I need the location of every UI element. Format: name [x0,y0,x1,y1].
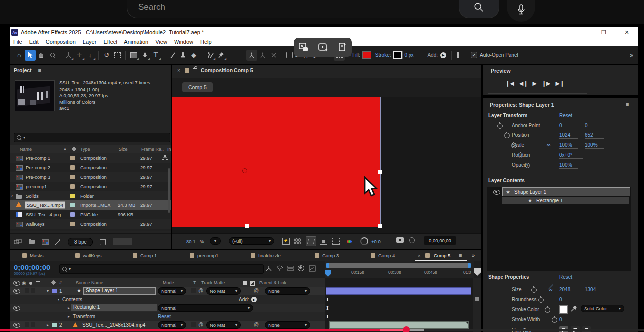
pickwhip-icon[interactable]: @ [198,288,203,293]
label-chip[interactable] [70,156,75,160]
exposure-icon[interactable] [360,237,368,245]
label-chip[interactable] [70,194,75,198]
anchor-x-value[interactable]: 0 [559,123,578,129]
shy-layers-icon[interactable] [287,265,294,272]
progress-scrubber-handle[interactable] [403,326,410,332]
timeline-track-area[interactable]: I I I [325,278,474,332]
guides-icon[interactable] [332,238,340,245]
bit-depth-button[interactable]: 8 bpc [68,238,93,246]
layer-label-chip[interactable] [52,323,57,327]
brush-tool[interactable] [167,50,177,61]
resize-handle-bottom[interactable] [245,224,249,228]
eraser-tool[interactable]: ◆ [188,50,199,61]
puppet-pin-tool[interactable]: ◢ [216,50,227,61]
shape-reset-button[interactable]: Reset [559,274,572,280]
item-name[interactable]: Pre-comp 1 [26,155,50,161]
work-area-bar[interactable] [326,263,471,268]
mode-column[interactable]: Mode [163,280,174,285]
blend-mode-dropdown[interactable]: Normal▾ [158,304,253,312]
layer-visibility-icon[interactable] [13,289,20,294]
project-row[interactable]: SSU_Tex...4.png PNG file 996 KB [10,210,171,219]
graph-editor-icon[interactable] [309,265,316,272]
label-chip[interactable] [70,165,75,170]
comp-timecode[interactable]: 0;00;00;00 [424,236,456,245]
interpret-footage-button[interactable] [14,239,22,245]
tab-comp3[interactable]: Comp 3 [322,253,339,258]
rectangle-name[interactable]: Rectangle 1 [71,304,157,311]
delete-item-button[interactable] [100,239,106,245]
size-y-value[interactable]: 1304 [585,287,604,293]
item-name[interactable]: wallKeys [26,221,45,227]
scale-x-value[interactable]: 100% [559,142,578,149]
layer-label-chip[interactable] [52,289,57,293]
layer-row-1[interactable]: ▾ 1 ★ Shape Layer 1 Normal▾ @ No Mat▾ @ … [10,287,325,296]
search-input[interactable]: Search [127,0,474,18]
exposure-value[interactable]: +0.0 [371,239,381,244]
label-chip[interactable] [70,184,75,189]
item-name[interactable]: Solids [26,193,39,199]
footage-name[interactable]: SSU_Tex...2048x1304.mp4 [59,80,117,85]
contents-item-rectangle[interactable]: ★ Rectangle 1 [502,197,629,204]
track-matte-dropdown[interactable]: No Mat▾ [206,287,241,295]
menu-edit[interactable]: Edit [26,39,42,45]
world-axis-mode-button[interactable] [257,50,268,61]
minimize-button[interactable]: – [570,29,592,35]
marker-bin-icon[interactable] [474,268,481,276]
last-frame-button[interactable]: ▶❙ [556,80,565,87]
timeline-gutter-icon[interactable] [475,297,479,301]
transform-reset-link[interactable]: Reset [158,314,171,319]
item-name-selected[interactable]: SSU_Tex...4.mp4 [25,201,65,209]
layer-name-selected[interactable]: Shape Layer 1 [83,287,156,295]
tab-masks[interactable]: Masks [30,253,43,258]
timeline-timecode[interactable]: 0;00;00;00 [14,263,50,271]
t-toggle[interactable] [191,322,196,327]
rotation-value[interactable]: 0x+0° [559,152,583,159]
panel-menu-icon[interactable]: ≡ [38,67,41,73]
roundness-value[interactable]: 0 [559,297,578,303]
tab-comp5-active[interactable]: Comp 5 [434,253,450,258]
orbit-camera-tool[interactable]: ◢ [63,50,74,61]
item-name[interactable]: precomp1 [26,184,47,189]
search-button[interactable] [459,0,499,18]
anchor-y-value[interactable]: 0 [585,123,604,129]
preview-tab[interactable]: Preview ≡ [491,68,520,74]
column-type[interactable]: Type [80,147,90,152]
menu-effect[interactable]: Effect [100,39,120,45]
show-snapshot-icon[interactable] [409,237,415,243]
project-row[interactable]: Pre-comp 3 Composition 29.97 [10,172,171,182]
twirl-down-icon[interactable]: ▾ [58,297,59,302]
panel-menu-icon[interactable]: ≡ [259,67,262,73]
new-folder-button[interactable] [29,240,35,244]
position-stopwatch-icon[interactable] [504,133,510,138]
unlink-dimensions-icon[interactable]: ∞ [549,286,553,292]
mode-dropdown[interactable]: Normal▾ [158,287,186,295]
video-sparkle-icon[interactable] [318,43,328,52]
transform-row[interactable]: ▸ Transform Reset [10,312,325,321]
link-dimensions-icon[interactable]: ∞ [547,142,551,148]
local-axis-mode-button[interactable] [246,50,257,61]
opacity-value[interactable]: 100% [559,162,578,169]
hand-tool[interactable] [36,50,47,61]
column-name[interactable]: Name [20,147,32,152]
label-chip[interactable] [70,222,75,226]
column-size[interactable]: Size [119,147,128,152]
dolly-camera-tool[interactable]: ↓◢ [85,50,96,61]
timeline-search-input[interactable]: ▾ [59,264,264,274]
close-button[interactable]: ✕ [615,29,638,36]
project-row[interactable]: precomp1 Composition 29.97 [10,182,171,191]
view-axis-mode-button[interactable] [268,50,279,61]
stroke-color-swatch[interactable] [559,305,568,314]
resize-handle-right[interactable] [378,170,382,174]
item-name[interactable]: Pre-comp 3 [26,174,50,180]
zoom-dropdown-button[interactable]: ▾ [210,237,221,245]
t-toggle[interactable] [191,288,196,293]
pan-camera-tool[interactable]: ✛◢ [74,50,85,61]
restore-button[interactable]: ❐ [592,29,615,36]
fast-preview-icon[interactable]: ⚡ [282,238,290,245]
parent-dropdown[interactable]: None▾ [265,321,310,329]
add-button[interactable]: ▶ [440,52,446,58]
project-search-input[interactable]: ▾ [14,133,170,142]
snapping-checkbox[interactable] [286,52,293,58]
size-x-value[interactable]: 2048 [559,287,578,293]
fill-color-swatch[interactable] [362,51,371,59]
